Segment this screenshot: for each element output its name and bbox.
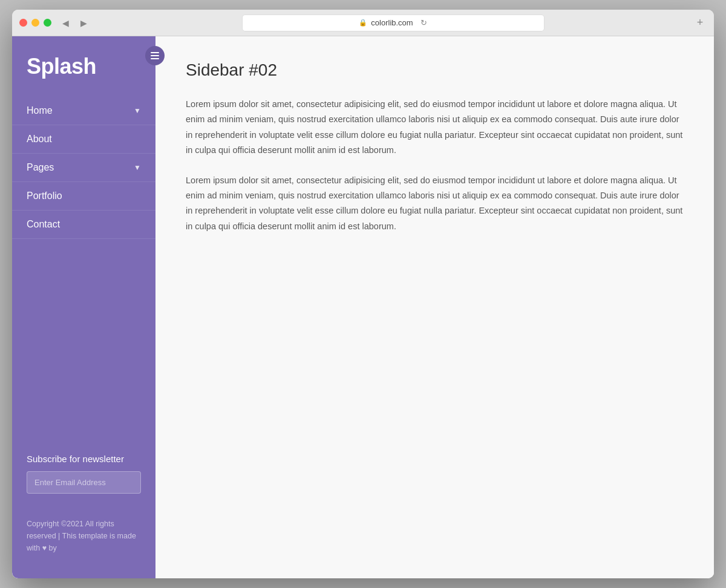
sidebar-logo: Splash xyxy=(12,48,155,97)
nav-item-pages[interactable]: Pages ▼ xyxy=(12,154,155,182)
nav-item-about[interactable]: About xyxy=(12,125,155,154)
back-button[interactable]: ◀ xyxy=(59,16,72,30)
new-tab-button[interactable]: + xyxy=(693,16,707,30)
main-content: Sidebar #02 Lorem ipsum dolor sit amet, … xyxy=(155,36,714,578)
footer-text: Copyright ©2021 All rights reserved | Th… xyxy=(27,520,136,552)
nav-item-contact[interactable]: Contact xyxy=(12,211,155,239)
content-paragraph-1: Lorem ipsum dolor sit amet, consectetur … xyxy=(186,97,684,158)
newsletter-title: Subscribe for newsletter xyxy=(27,454,141,464)
minimize-button[interactable] xyxy=(31,19,39,27)
nav-home-arrow-icon: ▼ xyxy=(134,106,141,115)
nav-item-home[interactable]: Home ▼ xyxy=(12,97,155,125)
newsletter-email-input[interactable] xyxy=(27,471,141,494)
newsletter-section: Subscribe for newsletter xyxy=(12,439,155,506)
menu-toggle-button[interactable] xyxy=(145,46,165,65)
page-title: Sidebar #02 xyxy=(186,60,684,80)
nav-pages-arrow-icon: ▼ xyxy=(134,163,141,172)
sidebar-nav: Home ▼ About Pages ▼ Portfolio Contact xyxy=(12,97,155,439)
nav-item-about-label: About xyxy=(27,134,52,145)
sidebar: Splash Home ▼ About Pages ▼ Portfolio xyxy=(12,36,155,578)
nav-item-portfolio[interactable]: Portfolio xyxy=(12,182,155,211)
nav-item-contact-label: Contact xyxy=(27,219,60,230)
nav-item-pages-label: Pages xyxy=(27,162,54,173)
logo-text: Splash xyxy=(27,54,141,79)
refresh-icon[interactable]: ↻ xyxy=(420,18,427,27)
content-paragraph-2: Lorem ipsum dolor sit amet, consectetur … xyxy=(186,173,684,235)
url-text: colorlib.com xyxy=(371,18,413,27)
hamburger-icon xyxy=(151,52,159,59)
forward-button[interactable]: ▶ xyxy=(77,16,90,30)
browser-titlebar: ◀ ▶ 🔒 colorlib.com ↻ + xyxy=(12,10,714,36)
address-bar[interactable]: 🔒 colorlib.com ↻ xyxy=(242,15,544,31)
nav-item-portfolio-label: Portfolio xyxy=(27,191,62,201)
browser-nav: ◀ ▶ xyxy=(59,16,90,30)
traffic-lights xyxy=(19,19,51,27)
browser-window: ◀ ▶ 🔒 colorlib.com ↻ + Splash xyxy=(12,10,714,578)
sidebar-footer: Copyright ©2021 All rights reserved | Th… xyxy=(12,506,155,566)
nav-item-home-label: Home xyxy=(27,105,53,116)
lock-icon: 🔒 xyxy=(359,19,367,27)
close-button[interactable] xyxy=(19,19,27,27)
maximize-button[interactable] xyxy=(44,19,51,27)
page-content: Splash Home ▼ About Pages ▼ Portfolio xyxy=(12,36,714,578)
